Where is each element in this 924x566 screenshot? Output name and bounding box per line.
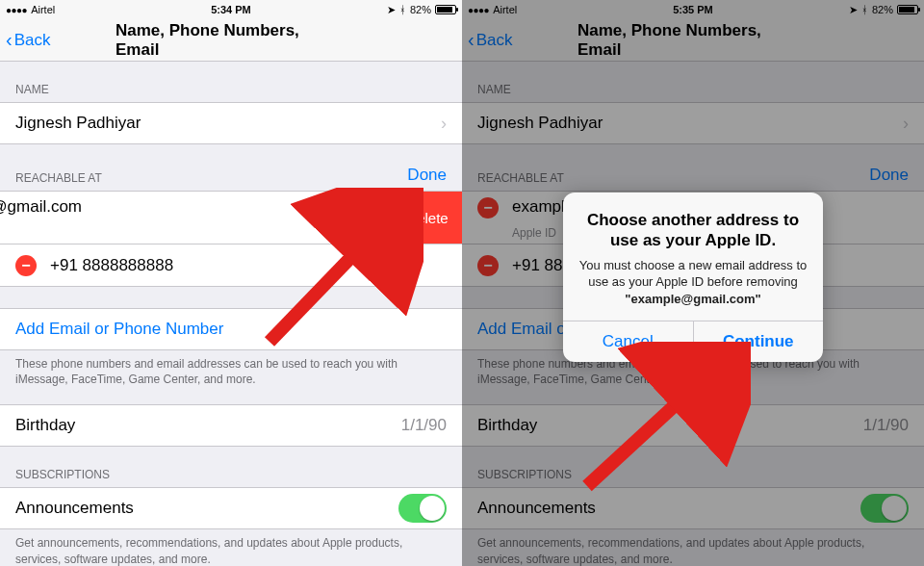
phone-cell[interactable]: − +91 8888888888: [0, 244, 462, 287]
phone-value: +91 8888888888: [50, 256, 173, 275]
section-header-subscriptions: SUBSCRIPTIONS: [0, 447, 462, 487]
add-contact-label: Add Email or Phone Number: [15, 320, 223, 339]
alert-dialog: Choose another address to use as your Ap…: [563, 193, 823, 362]
reachable-label: REACHABLE AT: [15, 171, 102, 185]
carrier-label: Airtel: [31, 4, 55, 15]
name-value: Jignesh Padhiyar: [477, 114, 603, 133]
add-contact-button[interactable]: Add Email or Phone Number: [0, 308, 462, 350]
announcements-label: Announcements: [477, 499, 596, 518]
status-bar: ●●●● Airtel 5:34 PM ➤ ᚼ 82%: [0, 0, 462, 19]
clock: 5:34 PM: [211, 4, 251, 15]
done-button[interactable]: Done: [407, 166, 447, 185]
email-value: ample@gmail.com: [0, 197, 82, 217]
email-cell[interactable]: ample@gmail.com ole ID Delete: [0, 191, 462, 244]
back-label: Back: [14, 31, 51, 50]
section-header-reachable: REACHABLE AT Done: [0, 144, 462, 191]
alert-continue-button[interactable]: Continue: [693, 322, 824, 362]
name-value: Jignesh Padhiyar: [15, 114, 141, 133]
section-header-name: NAME: [0, 62, 462, 102]
battery-icon: [435, 5, 456, 14]
remove-minus-icon[interactable]: −: [477, 197, 499, 219]
subscriptions-footer: Get announcements, recommendations, and …: [462, 529, 924, 566]
birthday-label: Birthday: [15, 416, 75, 435]
delete-label: Delete: [406, 210, 448, 226]
battery-icon: [897, 5, 918, 14]
chevron-right-icon: ›: [903, 114, 909, 134]
announcements-toggle[interactable]: [860, 494, 909, 523]
nav-arrow-icon: ➤: [387, 4, 396, 16]
reachable-footer: These phone numbers and email addresses …: [0, 350, 462, 404]
done-button[interactable]: Done: [869, 166, 909, 185]
announcements-cell: Announcements: [0, 487, 462, 529]
chevron-right-icon: ›: [441, 114, 447, 134]
delete-button[interactable]: Delete: [393, 192, 462, 244]
section-header-name: NAME: [462, 62, 924, 102]
signal-icon: ●●●●: [468, 5, 489, 15]
announcements-cell: Announcements: [462, 487, 924, 529]
reachable-label: REACHABLE AT: [477, 171, 564, 185]
name-cell[interactable]: Jignesh Padhiyar ›: [0, 102, 462, 144]
chevron-left-icon: ‹: [6, 29, 13, 51]
birthday-value: 1/1/90: [863, 416, 909, 435]
back-label: Back: [476, 31, 513, 50]
birthday-cell[interactable]: Birthday 1/1/90: [0, 404, 462, 447]
page-title: Name, Phone Numbers, Email: [116, 21, 346, 60]
birthday-value: 1/1/90: [401, 416, 447, 435]
email-subtitle: Apple ID: [512, 226, 556, 240]
alert-cancel-button[interactable]: Cancel: [563, 322, 693, 362]
birthday-cell[interactable]: Birthday 1/1/90: [462, 404, 924, 447]
bluetooth-icon: ᚼ: [861, 4, 868, 15]
nav-bar: ‹ Back Name, Phone Numbers, Email: [0, 19, 462, 62]
svg-line-1: [587, 353, 732, 486]
page-title: Name, Phone Numbers, Email: [578, 21, 808, 60]
bluetooth-icon: ᚼ: [399, 4, 406, 15]
announcements-label: Announcements: [15, 499, 134, 518]
remove-minus-icon[interactable]: −: [477, 255, 499, 276]
battery-percent: 82%: [410, 4, 431, 15]
nav-arrow-icon: ➤: [849, 4, 858, 16]
phone-left: ●●●● Airtel 5:34 PM ➤ ᚼ 82% ‹ Back Name,…: [0, 0, 462, 566]
clock: 5:35 PM: [673, 4, 713, 15]
status-bar: ●●●● Airtel 5:35 PM ➤ ᚼ 82%: [462, 0, 924, 19]
signal-icon: ●●●●: [6, 5, 27, 15]
birthday-label: Birthday: [477, 416, 537, 435]
chevron-left-icon: ‹: [468, 29, 475, 51]
announcements-toggle[interactable]: [398, 494, 447, 523]
annotation-arrow: [568, 342, 751, 496]
carrier-label: Airtel: [493, 4, 517, 15]
section-header-subscriptions: SUBSCRIPTIONS: [462, 447, 924, 487]
alert-title: Choose another address to use as your Ap…: [578, 210, 808, 251]
back-button[interactable]: ‹ Back: [0, 29, 50, 51]
content: NAME Jignesh Padhiyar › REACHABLE AT Don…: [0, 62, 462, 566]
back-button[interactable]: ‹ Back: [462, 29, 512, 51]
name-cell[interactable]: Jignesh Padhiyar ›: [462, 102, 924, 144]
section-header-reachable: REACHABLE AT Done: [462, 144, 924, 191]
battery-percent: 82%: [872, 4, 893, 15]
alert-message: You must choose a new email address to u…: [578, 257, 808, 308]
phone-right: ●●●● Airtel 5:35 PM ➤ ᚼ 82% ‹ Back Name,…: [462, 0, 924, 566]
nav-bar: ‹ Back Name, Phone Numbers, Email: [462, 19, 924, 62]
subscriptions-footer: Get announcements, recommendations, and …: [0, 529, 462, 566]
remove-minus-icon[interactable]: −: [15, 255, 37, 276]
